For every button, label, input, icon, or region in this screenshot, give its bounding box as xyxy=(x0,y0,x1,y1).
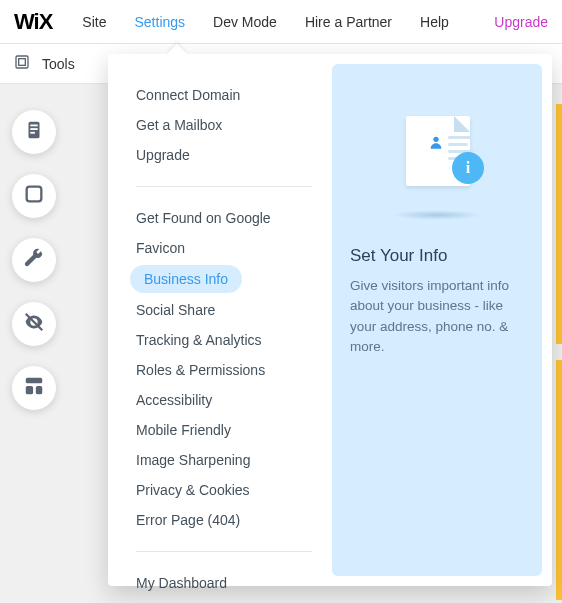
nav-hire-partner[interactable]: Hire a Partner xyxy=(305,14,392,30)
menu-error-page[interactable]: Error Page (404) xyxy=(136,505,312,535)
svg-rect-9 xyxy=(26,386,33,394)
editor-rail xyxy=(12,110,56,410)
page-icon xyxy=(23,119,45,145)
menu-accessibility[interactable]: Accessibility xyxy=(136,385,312,415)
menu-business-info[interactable]: Business Info xyxy=(130,265,242,293)
preview-title: Set Your Info xyxy=(350,246,524,266)
preview-illustration: i xyxy=(350,82,524,222)
menu-connect-domain[interactable]: Connect Domain xyxy=(136,80,312,110)
layout-icon xyxy=(23,375,45,401)
page-fold-icon xyxy=(454,116,470,132)
settings-menu-list: Connect Domain Get a Mailbox Upgrade Get… xyxy=(108,54,332,586)
svg-rect-6 xyxy=(27,187,42,202)
menu-tracking-analytics[interactable]: Tracking & Analytics xyxy=(136,325,312,355)
menu-upgrade[interactable]: Upgrade xyxy=(136,140,312,170)
menu-favicon[interactable]: Favicon xyxy=(136,233,312,263)
top-nav: Site Settings Dev Mode Hire a Partner He… xyxy=(82,14,472,30)
wix-logo[interactable]: WiX xyxy=(14,9,52,35)
wrench-icon xyxy=(23,247,45,273)
svg-rect-5 xyxy=(30,132,35,134)
menu-mobile-friendly[interactable]: Mobile Friendly xyxy=(136,415,312,445)
preview-description: Give visitors important info about your … xyxy=(350,276,524,357)
svg-rect-8 xyxy=(26,378,43,384)
canvas-section-marker xyxy=(556,360,562,600)
tools-label[interactable]: Tools xyxy=(42,56,75,72)
menu-get-found-google[interactable]: Get Found on Google xyxy=(136,203,312,233)
nav-upgrade[interactable]: Upgrade xyxy=(494,14,548,30)
svg-point-11 xyxy=(433,137,438,142)
menu-get-mailbox[interactable]: Get a Mailbox xyxy=(136,110,312,140)
rail-hide-button[interactable] xyxy=(12,302,56,346)
square-icon xyxy=(23,183,45,209)
svg-rect-0 xyxy=(16,56,28,68)
shadow-icon xyxy=(392,210,482,220)
svg-rect-4 xyxy=(30,128,37,130)
settings-preview-pane: i Set Your Info Give visitors important … xyxy=(332,54,552,586)
svg-rect-10 xyxy=(36,386,42,394)
nav-site[interactable]: Site xyxy=(82,14,106,30)
settings-group-site: Get Found on Google Favicon Business Inf… xyxy=(136,186,312,535)
business-card-icon: i xyxy=(392,116,482,188)
rail-pages-button[interactable] xyxy=(12,110,56,154)
menu-privacy-cookies[interactable]: Privacy & Cookies xyxy=(136,475,312,505)
menu-roles-permissions[interactable]: Roles & Permissions xyxy=(136,355,312,385)
menu-my-dashboard[interactable]: My Dashboard xyxy=(136,568,312,598)
tools-icon xyxy=(14,54,30,73)
nav-settings[interactable]: Settings xyxy=(134,14,185,30)
top-bar: WiX Site Settings Dev Mode Hire a Partne… xyxy=(0,0,562,44)
rail-background-button[interactable] xyxy=(12,174,56,218)
nav-help[interactable]: Help xyxy=(420,14,449,30)
rail-layout-button[interactable] xyxy=(12,366,56,410)
rail-tools-button[interactable] xyxy=(12,238,56,282)
canvas-section-marker xyxy=(556,104,562,344)
svg-rect-1 xyxy=(19,59,26,66)
wix-logo-text: WiX xyxy=(14,9,52,34)
menu-social-share[interactable]: Social Share xyxy=(136,295,312,325)
settings-group-dashboard: My Dashboard xyxy=(136,551,312,598)
info-badge-icon: i xyxy=(452,152,484,184)
settings-dropdown-panel: Connect Domain Get a Mailbox Upgrade Get… xyxy=(108,54,552,586)
person-icon xyxy=(428,134,444,150)
nav-devmode[interactable]: Dev Mode xyxy=(213,14,277,30)
preview-card: i Set Your Info Give visitors important … xyxy=(332,64,542,576)
menu-image-sharpening[interactable]: Image Sharpening xyxy=(136,445,312,475)
eye-off-icon xyxy=(23,311,45,337)
svg-rect-3 xyxy=(30,125,37,127)
settings-group-general: Connect Domain Get a Mailbox Upgrade xyxy=(136,80,312,170)
